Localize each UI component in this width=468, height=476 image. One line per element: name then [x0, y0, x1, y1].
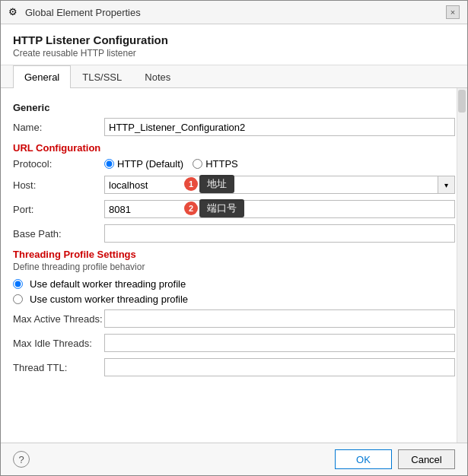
base-path-input[interactable] — [104, 224, 455, 243]
protocol-radio-group: HTTP (Default) HTTPS — [104, 158, 238, 170]
thread-ttl-row: Thread TTL: — [13, 358, 455, 376]
max-active-label: Max Active Threads: — [13, 313, 104, 325]
max-idle-row: Max Idle Threads: — [13, 334, 455, 352]
threading-subtitle: Define threading profile behavior — [13, 262, 455, 272]
footer-buttons: OK Cancel — [335, 449, 455, 469]
tab-bar: General TLS/SSL Notes — [1, 65, 467, 88]
name-label: Name: — [13, 122, 104, 133]
name-input[interactable] — [104, 118, 455, 136]
help-button[interactable]: ? — [13, 451, 30, 468]
protocol-https-radio[interactable] — [193, 159, 202, 169]
tab-notes[interactable]: Notes — [133, 65, 182, 88]
max-active-row: Max Active Threads: — [13, 309, 455, 328]
custom-threading-option[interactable]: Use custom worker threading profile — [13, 294, 455, 305]
default-threading-option[interactable]: Use default worker threading profile — [13, 278, 455, 290]
host-input[interactable] — [104, 176, 438, 194]
annotation-number-1: 1 — [184, 177, 198, 191]
protocol-http-option[interactable]: HTTP (Default) — [104, 158, 183, 170]
custom-threading-label: Use custom worker threading profile — [30, 294, 188, 305]
ok-button[interactable]: OK — [335, 449, 392, 469]
port-annotation: 2 端口号 — [184, 199, 244, 217]
dialog-heading: HTTP Listener Configuration — [13, 33, 455, 46]
dialog-footer: ? OK Cancel — [1, 443, 467, 475]
close-button[interactable]: × — [446, 5, 460, 19]
threading-options: Use default worker threading profile Use… — [13, 278, 455, 305]
generic-section-title: Generic — [13, 102, 455, 113]
protocol-label: Protocol: — [13, 158, 104, 170]
title-bar-text: Global Element Properties — [25, 7, 141, 18]
host-annotation: 1 地址 — [184, 175, 234, 193]
title-bar-left: ⚙ Global Element Properties — [8, 6, 141, 18]
url-config-title: URL Configuration — [13, 142, 455, 154]
host-dropdown-arrow[interactable]: ▾ — [438, 176, 455, 194]
port-input[interactable] — [104, 200, 455, 218]
scrollbar-track[interactable] — [457, 88, 467, 443]
protocol-http-radio[interactable] — [104, 159, 114, 169]
name-row: Name: — [13, 118, 455, 136]
max-idle-label: Max Idle Threads: — [13, 338, 104, 349]
thread-ttl-input[interactable] — [104, 358, 455, 376]
default-threading-radio[interactable] — [13, 279, 23, 289]
max-idle-input[interactable] — [104, 334, 455, 352]
threading-section-title: Threading Profile Settings — [13, 249, 455, 260]
dialog-icon: ⚙ — [8, 6, 21, 18]
host-label: Host: — [13, 179, 104, 191]
annotation-number-2: 2 — [184, 202, 198, 215]
protocol-https-label: HTTPS — [205, 158, 238, 170]
scrollbar-thumb[interactable] — [458, 90, 466, 113]
annotation-text-2: 端口号 — [199, 199, 244, 217]
base-path-row: Base Path: — [13, 224, 455, 243]
dialog-header: HTTP Listener Configuration Create reusa… — [1, 24, 467, 65]
protocol-http-label: HTTP (Default) — [117, 158, 183, 170]
title-bar: ⚙ Global Element Properties × — [1, 1, 467, 24]
custom-threading-radio[interactable] — [13, 294, 23, 304]
dialog-subtext: Create reusable HTTP listener — [13, 48, 455, 59]
annotation-text-1: 地址 — [199, 175, 234, 193]
thread-ttl-label: Thread TTL: — [13, 362, 104, 373]
global-element-properties-dialog: ⚙ Global Element Properties × HTTP Liste… — [0, 0, 468, 476]
max-active-input[interactable] — [104, 309, 455, 328]
cancel-button[interactable]: Cancel — [398, 449, 455, 469]
base-path-label: Base Path: — [13, 228, 104, 240]
protocol-https-option[interactable]: HTTPS — [193, 158, 238, 170]
port-label: Port: — [13, 204, 104, 215]
dialog-content: Generic Name: URL Configuration Protocol… — [1, 88, 467, 443]
protocol-row: Protocol: HTTP (Default) HTTPS — [13, 158, 455, 170]
default-threading-label: Use default worker threading profile — [30, 278, 186, 290]
tab-tls-ssl[interactable]: TLS/SSL — [71, 65, 133, 88]
tab-general[interactable]: General — [13, 65, 71, 88]
